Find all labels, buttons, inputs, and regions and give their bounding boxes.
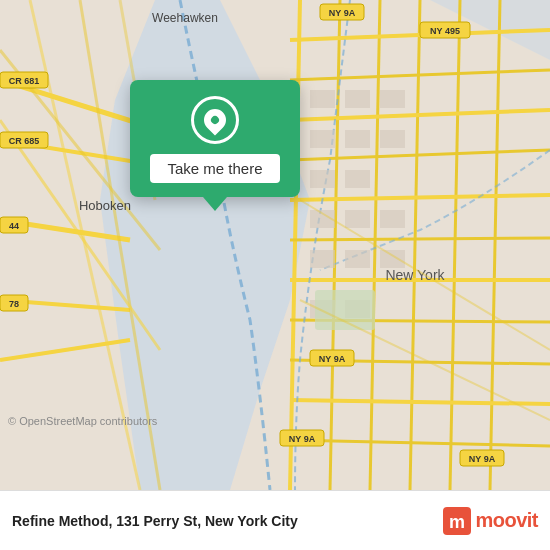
- bottom-bar: Refine Method, 131 Perry St, New York Ci…: [0, 490, 550, 550]
- moovit-text: moovit: [475, 509, 538, 532]
- svg-rect-60: [345, 210, 370, 228]
- svg-text:NY 9A: NY 9A: [319, 354, 346, 364]
- svg-text:CR 681: CR 681: [9, 76, 40, 86]
- svg-rect-55: [345, 130, 370, 148]
- svg-rect-56: [380, 130, 405, 148]
- take-me-there-button[interactable]: Take me there: [150, 154, 280, 183]
- svg-rect-64: [380, 250, 405, 268]
- svg-rect-61: [380, 210, 405, 228]
- location-icon-wrap: [191, 96, 239, 144]
- svg-text:m: m: [449, 512, 465, 532]
- svg-text:Weehawken: Weehawken: [152, 11, 218, 25]
- svg-rect-63: [345, 250, 370, 268]
- svg-text:NY 495: NY 495: [430, 26, 460, 36]
- svg-text:78: 78: [9, 299, 19, 309]
- location-pin-icon: [199, 104, 230, 135]
- location-pin-dot: [209, 114, 220, 125]
- moovit-icon: m: [443, 507, 471, 535]
- svg-rect-53: [380, 90, 405, 108]
- popup-box: Take me there: [130, 80, 300, 197]
- svg-rect-51: [310, 90, 335, 108]
- location-name: Refine Method, 131 Perry St, New York Ci…: [12, 513, 443, 529]
- svg-line-22: [290, 238, 550, 240]
- svg-rect-57: [310, 170, 335, 188]
- moovit-logo: m moovit: [443, 507, 538, 535]
- svg-text:NY 9A: NY 9A: [329, 8, 356, 18]
- map-container: CR 681 CR 685 NY 9A NY 495 NY 9A NY 9A N…: [0, 0, 550, 490]
- osm-attribution: © OpenStreetMap contributors: [8, 415, 157, 427]
- popup-arrow: [203, 197, 227, 211]
- svg-text:CR 685: CR 685: [9, 136, 40, 146]
- svg-text:NY 9A: NY 9A: [289, 434, 316, 444]
- svg-rect-67: [315, 290, 375, 330]
- svg-rect-62: [310, 250, 335, 268]
- svg-rect-52: [345, 90, 370, 108]
- bottom-info: Refine Method, 131 Perry St, New York Ci…: [12, 513, 443, 529]
- svg-text:NY 9A: NY 9A: [469, 454, 496, 464]
- svg-text:Hoboken: Hoboken: [79, 198, 131, 213]
- location-popup: Take me there: [130, 80, 300, 211]
- svg-rect-54: [310, 130, 335, 148]
- svg-text:44: 44: [9, 221, 19, 231]
- svg-rect-58: [345, 170, 370, 188]
